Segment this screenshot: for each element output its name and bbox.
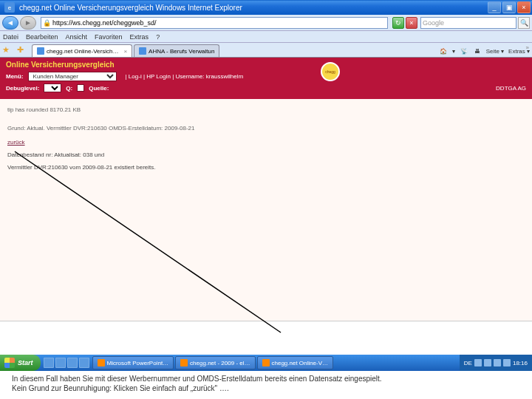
tab-inactive[interactable]: AHNA - Berufs Verwaltun [134,44,219,57]
debug-label: Debuglevel: [6,85,39,92]
back-link[interactable]: zurück [7,139,25,146]
warning-line-2: Vermittler DVR:210630 vom 2009-08-21 exi… [7,164,525,171]
ie-icon: e [4,2,15,13]
start-label: Start [18,359,33,366]
clock[interactable]: 18:16 [513,360,528,366]
menu-ansicht[interactable]: Ansicht [66,33,88,41]
url-text: https://ws.chegg.net/cheggweb_sd/ [52,19,157,27]
menu-bearbeiten[interactable]: Bearbeiten [26,33,58,41]
slide-caption: In diesem Fall haben Sie mit dieser Werb… [0,371,532,399]
warning-line-1: Datenbestand nr: Aktualisat: 038 und [7,151,525,158]
back-button[interactable]: ◄ [2,16,18,30]
ql-icon[interactable] [67,358,78,368]
tab-close-icon[interactable]: × [123,48,127,55]
taskbar: Start Microsoft PowerPoint… chegg.net - … [0,355,532,371]
tray-icon[interactable] [503,359,511,366]
tray-icon[interactable] [494,359,501,366]
ql-icon[interactable] [44,358,54,368]
search-box[interactable]: Google [420,17,516,29]
q-checkbox[interactable] [77,84,84,92]
menu-extras[interactable]: Extras [130,33,149,41]
stop-button[interactable]: × [406,17,417,29]
address-bar[interactable]: 🔒 https://ws.chegg.net/cheggweb_sd/ [41,17,388,29]
tab-label: chegg.net Online-Versich… [47,48,118,55]
task-button[interactable]: chegg.net Online-V… [257,356,334,369]
maximize-button[interactable]: ▣ [502,1,516,13]
task-icon [262,359,270,366]
home-drop[interactable]: ▾ [452,48,455,55]
company-text: DDTGA AG [496,85,526,92]
menu-favoriten[interactable]: Favoriten [95,33,123,41]
tab-icon [37,47,44,55]
ql-icon[interactable] [55,358,66,368]
caption-line-2: Kein Grund zur Beunruhigung: Klicken Sie… [12,383,520,393]
menu-label: Menü: [6,73,24,80]
search-placeholder: Google [423,19,444,27]
status-line-2: Grund: Aktual. Vermittler DVR:210630 OMD… [7,125,525,132]
favorites-icon[interactable]: ★ [2,45,14,57]
quelle-label: Quelle: [89,85,109,92]
home-icon[interactable]: 🏠 [439,47,448,55]
caption-line-1: In diesem Fall haben Sie mit dieser Werb… [12,374,520,383]
task-icon [98,359,105,366]
toolbar-close-icon[interactable]: » [526,44,529,51]
header-links[interactable]: | Log-i | HP Login | Username: krausswil… [126,73,243,80]
windows-logo-icon [4,358,15,368]
task-button[interactable]: Microsoft PowerPoint… [92,356,174,369]
close-button[interactable]: × [517,1,531,13]
forward-button[interactable]: ► [20,16,36,30]
debug-select[interactable] [44,83,61,92]
tab-active[interactable]: chegg.net Online-Versich… × [32,44,132,57]
add-favorite-icon[interactable]: ✚ [17,45,29,57]
menu-datei[interactable]: Datei [3,33,18,41]
tab-label: AHNA - Berufs Verwaltun [149,48,214,55]
app-title: Online Versicherungsvergleich [6,61,526,69]
menu-bar: Datei Bearbeiten Ansicht Favoriten Extra… [0,31,532,43]
window-controls: _ ▣ × [488,1,531,13]
start-button[interactable]: Start [0,355,41,371]
task-icon [180,359,188,366]
app-header: Online Versicherungsvergleich Menü: Kund… [0,58,532,99]
ql-icon[interactable] [79,358,89,368]
feed-icon[interactable]: 📡 [460,47,468,55]
tab-icon [139,47,146,55]
filler [0,321,532,350]
window-titlebar: e chegg.net Online Versicherungsvergleic… [0,0,532,15]
q-label: Q: [66,85,72,92]
minimize-button[interactable]: _ [488,1,501,13]
quick-launch [44,358,89,368]
tab-bar: ★ ✚ chegg.net Online-Versich… × AHNA - B… [0,43,532,58]
search-button[interactable]: 🔍 [518,17,530,29]
lock-icon: 🔒 [43,19,51,27]
window-title: chegg.net Online Versicherungsvergleich … [18,4,488,12]
tray-icon[interactable] [474,359,482,366]
seite-menu[interactable]: Seite ▾ [486,48,504,55]
content-area: tip has rounded 8170.21 KB Grund: Aktual… [0,99,532,321]
lang-indicator[interactable]: DE [464,360,472,366]
tray-icon[interactable] [484,359,491,366]
task-button[interactable]: chegg.net - 2009 - el… [175,356,255,369]
toolbar-right: 🏠 ▾ 📡 🖶 Seite ▾ Extras ▾ [439,47,530,57]
print-icon[interactable]: 🖶 [473,47,482,55]
refresh-button[interactable]: ↻ [392,17,404,29]
menu-help[interactable]: ? [156,33,160,41]
status-line-1: tip has rounded 8170.21 KB [7,106,525,113]
menu-select[interactable]: Kunden Manager [28,72,117,81]
chegg-badge: chegg [321,62,340,81]
system-tray: DE 18:16 [460,355,532,371]
navigation-bar: ◄ ► 🔒 https://ws.chegg.net/cheggweb_sd/ … [0,15,532,31]
